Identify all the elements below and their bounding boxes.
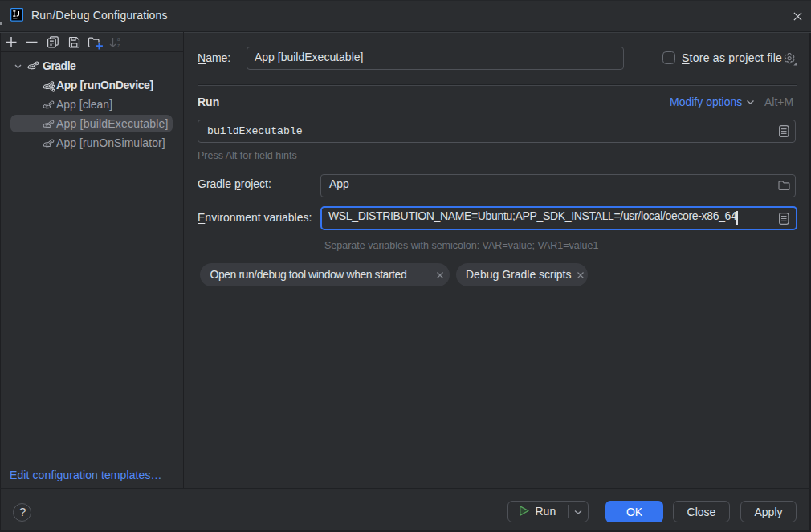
- svg-text:a: a: [117, 36, 120, 42]
- svg-text:z: z: [117, 43, 120, 48]
